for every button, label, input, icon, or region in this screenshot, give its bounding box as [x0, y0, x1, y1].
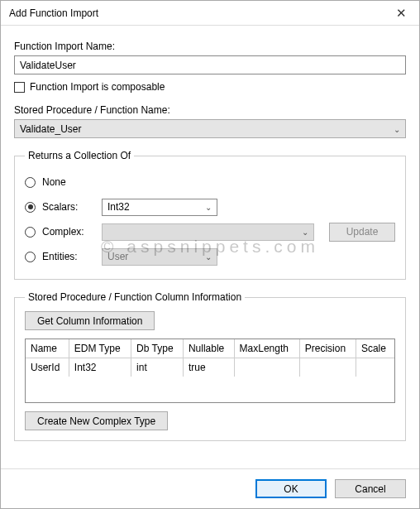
chevron-down-icon: ⌄: [394, 124, 400, 133]
table-header-row: Name EDM Type Db Type Nullable MaxLength…: [26, 339, 394, 358]
col-scale: Scale: [356, 339, 394, 358]
col-db: Db Type: [131, 339, 184, 358]
entities-combo-value: User: [107, 251, 128, 262]
col-table: Name EDM Type Db Type Nullable MaxLength…: [26, 339, 394, 377]
col-table-wrap: Name EDM Type Db Type Nullable MaxLength…: [25, 339, 395, 403]
cancel-button[interactable]: Cancel: [335, 479, 406, 498]
cell-name: UserId: [26, 358, 69, 377]
dialog-footer: OK Cancel: [1, 468, 419, 508]
chevron-down-icon: ⌄: [205, 252, 212, 262]
sp-name-label: Stored Procedure / Function Name:: [14, 104, 406, 116]
returns-group: Returns a Collection Of None Scalars: In…: [14, 150, 406, 280]
col-precision: Precision: [299, 339, 356, 358]
radio-none-label: None: [42, 176, 66, 188]
col-maxlen: MaxLength: [234, 339, 299, 358]
fi-name-input[interactable]: [14, 55, 406, 74]
cell-db: int: [131, 358, 184, 377]
col-nullable: Nullable: [183, 339, 234, 358]
ok-button[interactable]: OK: [255, 479, 327, 498]
col-info-group: Stored Procedure / Function Column Infor…: [14, 291, 406, 441]
cell-nullable: true: [183, 358, 234, 377]
sp-name-value: Validate_User: [20, 123, 81, 135]
radio-entities-label: Entities:: [42, 251, 95, 262]
scalars-combo-value: Int32: [107, 201, 130, 213]
radio-complex[interactable]: [25, 227, 36, 238]
close-button[interactable]: ✕: [383, 1, 419, 26]
cell-edm: Int32: [69, 358, 131, 377]
col-name: Name: [26, 339, 69, 358]
close-icon: ✕: [396, 6, 407, 21]
returns-legend: Returns a Collection Of: [25, 150, 134, 161]
fi-name-label: Function Import Name:: [14, 41, 406, 52]
get-column-info-button[interactable]: Get Column Information: [25, 311, 155, 330]
scalars-combo[interactable]: Int32 ⌄: [102, 199, 217, 216]
cell-scale: [356, 358, 394, 377]
col-info-legend: Stored Procedure / Function Column Infor…: [25, 291, 245, 303]
table-row: UserId Int32 int true: [26, 358, 394, 377]
window-title: Add Function Import: [9, 7, 383, 19]
title-bar: Add Function Import ✕: [1, 1, 419, 26]
complex-combo: ⌄: [102, 223, 314, 241]
cell-maxlen: [234, 358, 299, 377]
create-complex-type-button[interactable]: Create New Complex Type: [25, 411, 168, 430]
radio-entities[interactable]: [25, 252, 36, 262]
cell-precision: [299, 358, 356, 377]
radio-scalars-label: Scalars:: [42, 201, 95, 213]
col-edm: EDM Type: [69, 339, 131, 358]
composable-checkbox[interactable]: [14, 82, 25, 93]
composable-label: Function Import is composable: [30, 81, 165, 93]
chevron-down-icon: ⌄: [205, 203, 212, 212]
radio-scalars[interactable]: [25, 202, 36, 213]
chevron-down-icon: ⌄: [302, 228, 308, 237]
entities-combo: User ⌄: [102, 248, 217, 266]
sp-name-dropdown[interactable]: Validate_User ⌄: [14, 119, 406, 138]
radio-complex-label: Complex:: [42, 226, 95, 238]
update-button: Update: [329, 223, 395, 242]
radio-none[interactable]: [25, 177, 36, 188]
